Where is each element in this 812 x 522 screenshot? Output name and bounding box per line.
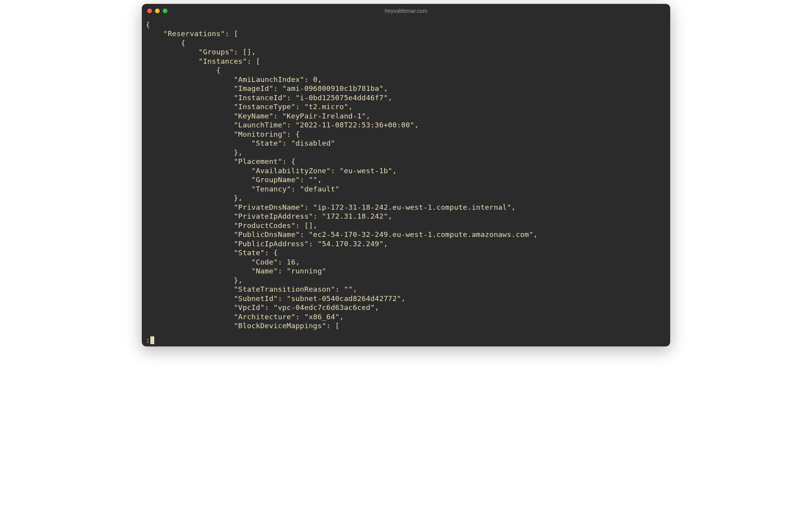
- cursor-icon: [150, 336, 154, 344]
- terminal-window: heyvaldemar.com { "Reservations": [ { "G…: [142, 4, 670, 346]
- maximize-icon[interactable]: [163, 9, 167, 13]
- traffic-lights: [147, 9, 167, 13]
- minimize-icon[interactable]: [155, 9, 160, 13]
- close-icon[interactable]: [147, 9, 152, 13]
- title-bar: heyvaldemar.com: [142, 4, 670, 18]
- window-title: heyvaldemar.com: [385, 8, 427, 14]
- pager-prompt[interactable]: :: [146, 336, 666, 344]
- pager-colon: :: [146, 336, 150, 344]
- terminal-body[interactable]: { "Reservations": [ { "Groups": [], "Ins…: [142, 18, 670, 346]
- json-output: { "Reservations": [ { "Groups": [], "Ins…: [146, 20, 666, 330]
